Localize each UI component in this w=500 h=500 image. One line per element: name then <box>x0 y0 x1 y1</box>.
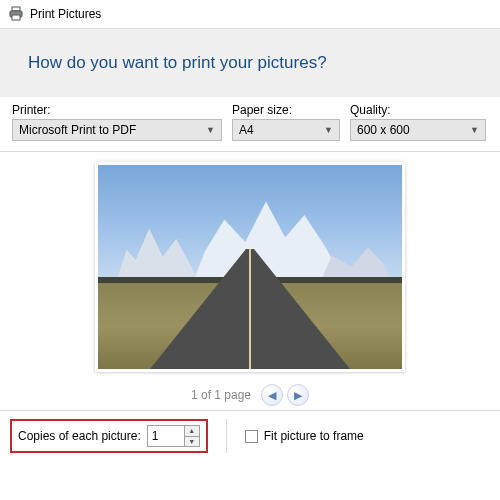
heading-area: How do you want to print your pictures? <box>0 29 500 97</box>
next-page-button[interactable]: ▶ <box>287 384 309 406</box>
svg-rect-0 <box>12 7 20 11</box>
printer-value: Microsoft Print to PDF <box>19 123 136 137</box>
photo-preview <box>95 162 405 372</box>
svg-point-3 <box>19 12 21 14</box>
printer-select[interactable]: Microsoft Print to PDF ▼ <box>12 119 222 141</box>
bottom-row: Copies of each picture: 1 ▲ ▼ Fit pictur… <box>0 410 500 461</box>
printer-label: Printer: <box>12 103 222 117</box>
copies-value: 1 <box>148 426 184 446</box>
page-heading: How do you want to print your pictures? <box>28 53 486 73</box>
copies-increment-button[interactable]: ▲ <box>185 426 199 437</box>
paper-size-select[interactable]: A4 ▼ <box>232 119 340 141</box>
printer-icon <box>8 6 24 22</box>
pager-text: 1 of 1 page <box>191 388 251 402</box>
fit-to-frame-group: Fit picture to frame <box>245 429 364 443</box>
quality-select[interactable]: 600 x 600 ▼ <box>350 119 486 141</box>
copies-decrement-button[interactable]: ▼ <box>185 437 199 447</box>
titlebar: Print Pictures <box>0 0 500 29</box>
copies-input[interactable]: 1 ▲ ▼ <box>147 425 200 447</box>
copies-group: Copies of each picture: 1 ▲ ▼ <box>10 419 208 453</box>
preview-area: 1 of 1 page ◀ ▶ <box>0 152 500 410</box>
quality-field: Quality: 600 x 600 ▼ <box>350 103 486 141</box>
quality-value: 600 x 600 <box>357 123 410 137</box>
paper-size-label: Paper size: <box>232 103 340 117</box>
paper-size-field: Paper size: A4 ▼ <box>232 103 340 141</box>
fit-to-frame-label: Fit picture to frame <box>264 429 364 443</box>
prev-page-button[interactable]: ◀ <box>261 384 283 406</box>
separator <box>226 419 227 453</box>
quality-label: Quality: <box>350 103 486 117</box>
chevron-down-icon: ▼ <box>324 125 333 135</box>
print-options-row: Printer: Microsoft Print to PDF ▼ Paper … <box>0 97 500 152</box>
chevron-down-icon: ▼ <box>470 125 479 135</box>
chevron-down-icon: ▼ <box>206 125 215 135</box>
paper-size-value: A4 <box>239 123 254 137</box>
photo-image <box>98 165 402 369</box>
window-title: Print Pictures <box>30 7 101 21</box>
fit-to-frame-checkbox[interactable] <box>245 430 258 443</box>
copies-label: Copies of each picture: <box>18 429 141 443</box>
svg-rect-2 <box>12 15 20 20</box>
pager-row: 1 of 1 page ◀ ▶ <box>191 384 309 406</box>
printer-field: Printer: Microsoft Print to PDF ▼ <box>12 103 222 141</box>
